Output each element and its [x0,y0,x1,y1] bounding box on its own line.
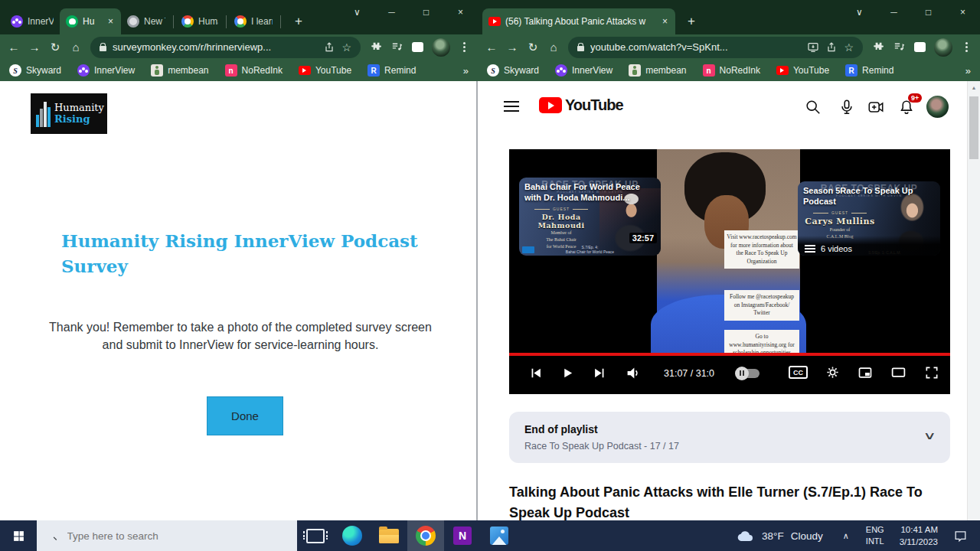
survey-thank-you-text: Thank you! Remember to take a photo of t… [49,318,432,354]
theater-mode-icon[interactable] [890,364,906,380]
minimize-icon[interactable]: ─ [877,0,911,24]
reading-list-icon[interactable] [893,41,906,54]
miniplayer-icon[interactable] [858,365,873,380]
split-screen-extension-icon[interactable] [914,42,926,52]
share-icon[interactable] [825,41,838,54]
reload-icon[interactable]: ↻ [527,41,539,54]
back-icon[interactable]: ← [485,41,498,54]
language-line2: INTL [866,536,884,547]
bookmark-star-icon[interactable]: ☆ [844,41,854,54]
install-app-icon[interactable] [807,41,819,54]
browser-menu-icon[interactable] [965,46,968,48]
search-input[interactable] [66,530,287,543]
bookmark-star-icon[interactable]: ☆ [341,41,351,54]
bookmark-remind[interactable]: RRemind [845,64,893,77]
forward-icon[interactable]: → [506,41,518,54]
bookmark-membean[interactable]: membean [151,64,208,77]
new-tab-button[interactable]: + [681,11,701,31]
fullscreen-icon[interactable] [924,365,939,380]
youtube-account-avatar[interactable] [926,96,949,118]
clock-widget[interactable]: 10:41 AM 3/11/2023 [892,523,946,548]
expand-playlist-chevron-icon[interactable]: ∨ [923,429,936,442]
page-scrollbar[interactable]: ▲ [967,81,980,520]
bookmark-noredink[interactable]: nNoRedInk [225,64,283,77]
window-menu-icon[interactable]: ∨ [842,0,877,24]
tab-innerview[interactable]: InnerV [5,8,60,34]
search-icon[interactable] [805,99,822,116]
home-icon[interactable]: ⌂ [70,41,82,54]
play-icon[interactable] [561,367,574,380]
back-icon[interactable]: ← [8,41,20,54]
edge-taskbar-button[interactable] [334,520,371,551]
forward-icon[interactable]: → [28,41,41,54]
browser-menu-icon[interactable] [463,46,466,48]
chrome-taskbar-button[interactable] [407,520,444,551]
tab-surveymonkey[interactable]: Hu × [60,8,121,34]
youtube-logo[interactable]: YouTube [539,96,623,114]
bookmark-skyward[interactable]: SSkyward [9,64,61,77]
settings-gear-icon[interactable] [825,365,840,380]
extensions-puzzle-icon[interactable] [871,41,884,54]
scrollbar-up-arrow-icon[interactable]: ▲ [968,81,980,90]
language-indicator[interactable]: ENG INTL [858,524,892,547]
photos-taskbar-button[interactable] [481,520,518,551]
close-tab-icon[interactable]: × [106,16,115,27]
close-icon[interactable]: × [443,0,478,24]
done-button[interactable]: Done [207,396,283,435]
url-text[interactable]: surveymonkey.com/r/hrinnerviewp... [113,41,317,53]
autoplay-toggle[interactable] [737,369,760,378]
bookmark-skyward[interactable]: SSkyward [487,64,539,77]
new-tab-button[interactable]: + [289,11,309,31]
profile-avatar[interactable] [432,38,450,57]
mic-icon[interactable] [838,99,855,116]
reload-icon[interactable]: ↻ [49,41,61,54]
endscreen-video-card[interactable]: RACE TO SPEAK UP PODCAST SERIES WITH DEV… [519,178,661,256]
bookmark-noredink[interactable]: nNoRedInk [703,64,760,77]
bookmarks-overflow-icon[interactable]: » [463,65,469,77]
create-video-icon[interactable] [867,99,884,116]
home-icon[interactable]: ⌂ [547,41,560,54]
close-tab-icon[interactable]: × [661,16,669,27]
systray-expand-icon[interactable]: ∧ [834,531,858,541]
tab-youtube-video[interactable]: (56) Talking About Panic Attacks w × [482,8,675,34]
maximize-icon[interactable]: □ [409,0,443,24]
task-view-button[interactable] [297,520,334,551]
captions-icon[interactable]: CC [789,366,808,379]
previous-video-icon[interactable] [529,367,542,380]
maximize-icon[interactable]: □ [911,0,946,24]
bookmark-remind[interactable]: RRemind [368,64,416,77]
window-menu-icon[interactable]: ∨ [340,0,374,24]
taskbar-search-box[interactable] [37,520,297,551]
weather-widget[interactable]: 38°F Cloudy [726,529,834,543]
minimize-icon[interactable]: ─ [374,0,409,24]
next-video-icon[interactable] [593,367,606,380]
tab-google-huma[interactable]: Huma [175,8,224,34]
start-button[interactable] [0,520,37,551]
bookmark-youtube[interactable]: YouTube [776,65,829,76]
bookmark-youtube[interactable]: YouTube [299,65,351,76]
profile-avatar[interactable] [934,38,952,57]
end-of-playlist-panel[interactable]: End of playlist Race To Speak Up Podcast… [509,412,950,463]
bookmarks-overflow-icon[interactable]: » [965,65,971,77]
video-player[interactable]: Visit www.racetospeakup.com for more inf… [509,149,950,394]
action-center-button[interactable] [946,529,975,543]
volume-icon[interactable] [626,365,642,381]
share-icon[interactable] [323,41,335,54]
url-text[interactable]: youtube.com/watch?v=SpKnt... [590,41,801,53]
file-explorer-taskbar-button[interactable] [371,520,407,551]
tab-new-tab[interactable]: New T [121,8,172,34]
address-bar[interactable]: youtube.com/watch?v=SpKnt... ☆ [568,37,863,58]
bookmark-membean[interactable]: membean [629,64,686,77]
tab-google-ilearn[interactable]: I learn [228,8,279,34]
bookmark-innerview[interactable]: InnerView [555,64,612,77]
bookmark-innerview[interactable]: InnerView [77,64,135,77]
scrollbar-thumb[interactable] [969,96,978,159]
youtube-menu-icon[interactable] [504,101,519,112]
address-bar[interactable]: surveymonkey.com/r/hrinnerviewp... ☆ [90,37,361,58]
split-screen-extension-icon[interactable] [412,42,423,52]
endscreen-playlist-card[interactable]: RACE TO SPEAK UP PODCAST SERIES WITH DEV… [798,181,940,256]
reading-list-icon[interactable] [390,41,403,54]
extensions-puzzle-icon[interactable] [369,41,382,54]
close-icon[interactable]: × [946,0,980,24]
onenote-taskbar-button[interactable]: N [444,520,481,551]
